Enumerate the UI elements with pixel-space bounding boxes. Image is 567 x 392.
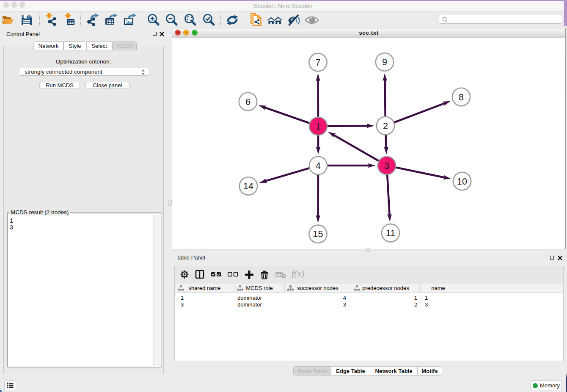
svg-text:3: 3 <box>384 161 389 171</box>
svg-text:11: 11 <box>386 228 395 238</box>
svg-text:8: 8 <box>459 92 464 102</box>
svg-text:4: 4 <box>316 161 321 171</box>
svg-text:7: 7 <box>316 58 321 68</box>
svg-text:9: 9 <box>382 57 387 67</box>
svg-text:6: 6 <box>245 97 250 107</box>
svg-text:15: 15 <box>313 229 323 239</box>
svg-text:14: 14 <box>243 181 253 191</box>
svg-text:10: 10 <box>457 177 467 187</box>
svg-text:1: 1 <box>316 121 321 132</box>
svg-text:2: 2 <box>383 121 388 131</box>
